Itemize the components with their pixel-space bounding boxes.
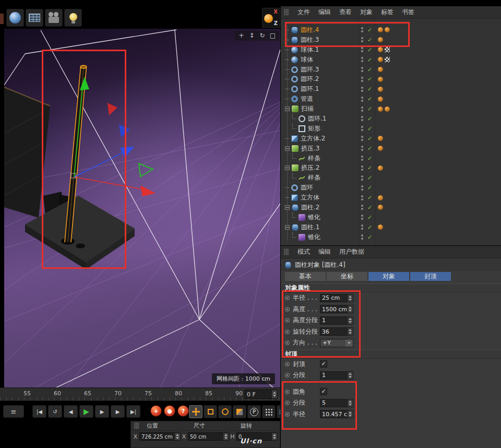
keyframe-circle-icon[interactable] bbox=[285, 307, 290, 312]
record-options-button[interactable]: ? bbox=[177, 405, 189, 417]
visibility-dots[interactable] bbox=[361, 87, 363, 92]
material-tag-icon[interactable] bbox=[378, 107, 383, 112]
object-tree-item[interactable]: 圆环✓ bbox=[281, 183, 501, 193]
spinner-control[interactable] bbox=[174, 433, 180, 440]
visibility-dots[interactable] bbox=[361, 185, 363, 191]
texture-tag-icon[interactable] bbox=[385, 47, 390, 52]
object-tree-item[interactable]: 球体✓ bbox=[281, 55, 501, 65]
object-manager-menu-item[interactable]: 对象 bbox=[360, 8, 373, 17]
visibility-dots[interactable] bbox=[361, 205, 363, 210]
visibility-dots[interactable] bbox=[361, 126, 363, 131]
snap-settings-button[interactable] bbox=[262, 405, 276, 418]
previous-frame-button[interactable]: ◀ bbox=[64, 405, 78, 418]
visibility-dots[interactable] bbox=[361, 67, 363, 72]
collapse-toggle-icon[interactable]: − bbox=[285, 225, 290, 230]
keyframe-circle-icon[interactable] bbox=[285, 373, 290, 378]
zoom-view-icon[interactable]: ↕ bbox=[248, 32, 256, 40]
object-manager-menu-item[interactable]: 标签 bbox=[381, 8, 393, 17]
enable-check-icon[interactable]: ✓ bbox=[367, 194, 372, 201]
enable-check-icon[interactable]: ✓ bbox=[367, 224, 372, 231]
keyframe-circle-icon[interactable] bbox=[285, 362, 290, 367]
material-tag-icon[interactable] bbox=[378, 87, 383, 92]
enable-check-icon[interactable]: ✓ bbox=[367, 66, 372, 73]
camera-tool-button[interactable] bbox=[45, 9, 63, 27]
material-tag-icon[interactable] bbox=[385, 107, 390, 112]
spinner-control[interactable] bbox=[271, 433, 277, 440]
viewport-scene[interactable] bbox=[4, 29, 280, 387]
enable-check-icon[interactable]: ✓ bbox=[367, 27, 372, 33]
material-tag-icon[interactable] bbox=[378, 205, 383, 210]
material-tag-icon[interactable] bbox=[378, 225, 383, 230]
coord-system-button[interactable] bbox=[233, 405, 246, 418]
attribute-manager-menu-item[interactable]: 用户数据 bbox=[339, 247, 364, 256]
value-field[interactable]: 1500 cm bbox=[320, 305, 353, 313]
enable-check-icon[interactable]: ✓ bbox=[367, 234, 372, 241]
visibility-dots[interactable] bbox=[361, 234, 363, 240]
visibility-dots[interactable] bbox=[361, 225, 363, 230]
visibility-dots[interactable] bbox=[361, 97, 363, 102]
object-tree-item[interactable]: −挤压.2✓ bbox=[281, 163, 501, 173]
spinner-control[interactable] bbox=[347, 305, 353, 313]
object-tree-item[interactable]: 锥化✓ bbox=[281, 213, 501, 222]
object-tree-item[interactable]: 球体.1✓ bbox=[281, 45, 501, 55]
spinner-control[interactable] bbox=[347, 294, 353, 302]
object-tree-item[interactable]: 样条✓ bbox=[281, 173, 501, 183]
timeline-ruler[interactable]: 5560657075808590 bbox=[0, 387, 280, 401]
material-tag-icon[interactable] bbox=[378, 77, 383, 82]
object-manager-menu-item[interactable]: 查看 bbox=[339, 8, 352, 17]
keyframe-circle-icon[interactable] bbox=[285, 329, 290, 334]
material-tag-icon[interactable] bbox=[378, 136, 383, 141]
object-tree-item[interactable]: 圆柱.3✓ bbox=[281, 35, 501, 45]
collapse-toggle-icon[interactable]: − bbox=[285, 205, 290, 210]
object-tree-item[interactable]: 圆环.1✓ bbox=[281, 84, 501, 94]
object-tree-item[interactable]: 圆环.1✓ bbox=[281, 114, 501, 124]
timeline-mode-button[interactable]: ≡ bbox=[3, 405, 24, 418]
keyframe-circle-icon[interactable] bbox=[285, 340, 290, 345]
enable-check-icon[interactable]: ✓ bbox=[367, 184, 372, 191]
object-manager-menu-item[interactable]: 文件 bbox=[297, 8, 310, 17]
material-tag-icon[interactable] bbox=[385, 27, 390, 32]
enable-check-icon[interactable]: ✓ bbox=[367, 37, 372, 43]
enable-check-icon[interactable]: ✓ bbox=[367, 155, 372, 162]
next-frame-button[interactable]: ▶ bbox=[95, 405, 109, 418]
object-tree-item[interactable]: −圆柱.2✓ bbox=[281, 203, 501, 213]
keyframe-circle-icon[interactable] bbox=[285, 400, 290, 405]
material-tag-icon[interactable] bbox=[378, 57, 383, 62]
viewport[interactable]: +↕↻□ 网格间距 : 1000 cm bbox=[4, 29, 280, 387]
parent-mode-button[interactable]: P bbox=[247, 405, 261, 418]
visibility-dots[interactable] bbox=[361, 166, 363, 171]
attribute-tab[interactable]: 封顶 bbox=[410, 272, 451, 281]
enable-check-icon[interactable]: ✓ bbox=[367, 46, 372, 53]
material-tag-icon[interactable] bbox=[378, 67, 383, 72]
visibility-dots[interactable] bbox=[361, 146, 363, 151]
attribute-tab[interactable]: 对象 bbox=[368, 272, 409, 281]
object-tree-item[interactable]: −扫描✓ bbox=[281, 104, 501, 114]
toggle-view-icon[interactable]: □ bbox=[269, 32, 277, 40]
value-field[interactable]: 25 cm bbox=[320, 294, 353, 302]
rotate-tool-button[interactable] bbox=[218, 405, 232, 418]
keyframe-circle-icon[interactable] bbox=[285, 318, 290, 323]
enable-check-icon[interactable]: ✓ bbox=[367, 86, 372, 92]
enable-check-icon[interactable]: ✓ bbox=[367, 145, 372, 152]
value-field[interactable]: 10.457 cm bbox=[320, 410, 353, 418]
enable-check-icon[interactable]: ✓ bbox=[367, 96, 372, 102]
material-tag-icon[interactable] bbox=[378, 146, 383, 151]
enable-check-icon[interactable]: ✓ bbox=[367, 204, 372, 211]
spinner-control[interactable] bbox=[347, 328, 353, 335]
enable-check-icon[interactable]: ✓ bbox=[367, 115, 372, 122]
visibility-dots[interactable] bbox=[361, 215, 363, 220]
play-preview-button[interactable]: ↺ bbox=[48, 405, 62, 418]
next-key-button[interactable]: ▶ bbox=[111, 405, 125, 418]
attribute-tab[interactable]: 坐标 bbox=[327, 272, 367, 281]
spinner-control[interactable] bbox=[347, 410, 353, 418]
pan-view-icon[interactable]: + bbox=[237, 32, 245, 40]
object-tree-item[interactable]: 立方体✓ bbox=[281, 193, 501, 203]
material-tag-icon[interactable] bbox=[378, 97, 383, 102]
enable-check-icon[interactable]: ✓ bbox=[367, 164, 372, 171]
enable-check-icon[interactable]: ✓ bbox=[367, 174, 372, 181]
visibility-dots[interactable] bbox=[361, 47, 363, 52]
spinner-control[interactable] bbox=[347, 317, 353, 324]
enable-check-icon[interactable]: ✓ bbox=[367, 125, 372, 132]
spinner-control[interactable] bbox=[271, 390, 277, 398]
attribute-tab[interactable]: 基本 bbox=[285, 272, 326, 281]
